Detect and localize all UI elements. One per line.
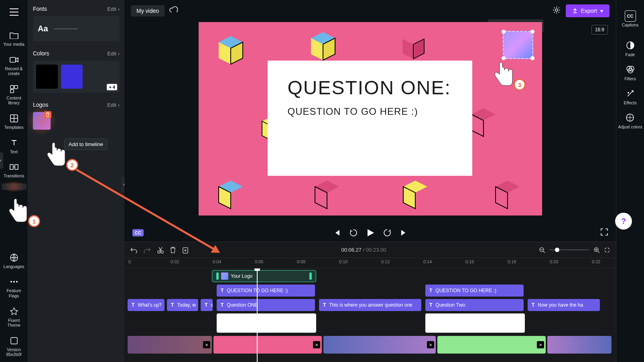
logos-grid: [33, 112, 120, 130]
cc-toggle[interactable]: CC: [132, 229, 144, 236]
zoom-fit-icon[interactable]: [604, 247, 610, 253]
timeline-ruler[interactable]: 0 0:02 0:04 0:06 0:08 0:10 0:12 0:14 0:1…: [124, 258, 616, 268]
timeline-tracks[interactable]: Your Logo TQUESTION TO GO HERE :) TQUEST…: [124, 268, 616, 362]
video-clip[interactable]: ✕: [128, 336, 212, 354]
fonts-edit-link[interactable]: Edit›: [107, 6, 120, 12]
captions-label: Captions: [622, 22, 638, 27]
rail-version[interactable]: Version 85e2b0f: [2, 333, 26, 360]
video-clip[interactable]: [547, 336, 611, 354]
rail-fluent-theme[interactable]: Fluent Theme: [2, 303, 26, 331]
rail-label: Feature Flags: [2, 288, 26, 298]
playhead[interactable]: [257, 268, 258, 362]
colors-title: Colors: [33, 50, 49, 57]
add-clip-icon[interactable]: [182, 246, 189, 254]
skip-back-icon[interactable]: [333, 229, 341, 236]
rail-transitions[interactable]: Transitions: [2, 159, 26, 182]
transition-icon: [9, 162, 19, 172]
rewind-icon[interactable]: [349, 229, 358, 237]
undo-icon[interactable]: [130, 247, 137, 253]
rail-label: Text: [10, 149, 18, 155]
filters-tool[interactable]: Filters: [624, 64, 636, 81]
settings-icon[interactable]: [552, 6, 561, 16]
hamburger-menu[interactable]: [6, 4, 22, 20]
rail-feature-flags[interactable]: Feature Flags: [2, 274, 26, 301]
tick: 0:16: [465, 259, 474, 264]
proprail-label: Effects: [624, 100, 637, 105]
redo-icon[interactable]: [144, 247, 151, 253]
clip-close-icon[interactable]: ✕: [427, 341, 434, 348]
fonts-card[interactable]: Aa: [33, 16, 120, 41]
clip-close-icon[interactable]: ✕: [313, 341, 320, 348]
export-label: Export: [581, 8, 597, 14]
video-clip[interactable]: ✕: [213, 336, 322, 354]
video-canvas[interactable]: QUESTION ONE: QUESTION TO GO HERE :): [199, 22, 542, 216]
image-clip[interactable]: [217, 313, 316, 333]
rail-content-library[interactable]: Content library: [2, 81, 26, 109]
cube-decoration: [303, 26, 343, 66]
pointer-badge-1: 1: [28, 215, 40, 227]
aspect-ratio-badge[interactable]: 16:9: [591, 25, 608, 35]
timeline-toolbar: 00:06.27 / 00:23.00: [124, 242, 616, 258]
logo-thumb[interactable]: [33, 112, 51, 130]
colors-more-badge[interactable]: + 4: [107, 84, 117, 90]
zoom-slider[interactable]: [549, 249, 589, 250]
collapse-proprail-handle[interactable]: [0, 153, 3, 169]
brand-kit-panel: Fonts Edit› Aa Colors Edit› + 4 Logos Ed…: [28, 0, 124, 362]
text-clip[interactable]: TWhat's up?: [128, 299, 165, 311]
rail-templates[interactable]: Templates: [2, 110, 26, 133]
zoom-in-icon[interactable]: [593, 247, 600, 253]
video-clip[interactable]: ✕: [323, 336, 436, 354]
captions-icon[interactable]: CC: [625, 10, 636, 22]
logos-edit-link[interactable]: Edit›: [107, 102, 120, 108]
rail-languages[interactable]: Languages: [2, 250, 26, 273]
effects-tool[interactable]: Effects: [624, 88, 637, 105]
proprail-label: Adjust colors: [618, 124, 642, 129]
color-swatch[interactable]: [61, 65, 83, 89]
skip-forward-icon[interactable]: [400, 229, 407, 236]
colors-edit-link[interactable]: Edit›: [107, 51, 120, 57]
split-icon[interactable]: [157, 246, 164, 254]
clip-close-icon[interactable]: ✕: [203, 341, 210, 348]
adjust-colors-tool[interactable]: Adjust colors: [618, 112, 642, 129]
text-clip[interactable]: TThis is where you answer question one: [319, 299, 421, 311]
rail-record-create[interactable]: Record & create: [2, 52, 26, 79]
canvas-heading: QUESTION ONE:: [288, 77, 452, 99]
logo-clip[interactable]: Your Logo: [212, 270, 316, 282]
fade-tool[interactable]: Fade: [625, 40, 636, 57]
text-clip[interactable]: TNow you have the ha: [528, 299, 600, 311]
svg-point-10: [16, 281, 18, 283]
zoom-out-icon[interactable]: [539, 247, 545, 253]
fullscreen-icon[interactable]: [601, 228, 608, 237]
rail-brand-kit[interactable]: [2, 183, 26, 190]
play-icon[interactable]: [366, 228, 374, 237]
canvas-text-card[interactable]: QUESTION ONE: QUESTION TO GO HERE :): [268, 61, 472, 176]
image-clip[interactable]: [425, 313, 525, 333]
rail-your-media[interactable]: Your media: [2, 27, 26, 50]
collapse-panel-handle[interactable]: [121, 177, 124, 193]
svg-rect-2: [14, 85, 18, 89]
help-button[interactable]: ?: [615, 213, 632, 230]
trash-icon[interactable]: [44, 111, 51, 118]
project-title[interactable]: My video: [131, 5, 165, 16]
tick: 0:20: [550, 259, 558, 264]
video-clip[interactable]: ✕: [437, 336, 546, 354]
clip-close-icon[interactable]: ✕: [537, 341, 544, 348]
text-clip[interactable]: TToday, w: [167, 299, 198, 311]
colors-card[interactable]: + 4: [33, 61, 120, 93]
text-clip[interactable]: Ts: [201, 299, 213, 311]
property-rail: CC Captions Fade Filters Effects Adjust …: [616, 0, 644, 362]
color-swatch[interactable]: [36, 65, 58, 89]
text-clip[interactable]: TQUESTION TO GO HERE :): [217, 285, 315, 297]
text-clip[interactable]: TQuestion ONE: [217, 299, 315, 311]
cloud-sync-icon[interactable]: [169, 6, 178, 15]
cube-decoration: [395, 175, 435, 215]
rail-text[interactable]: Text: [2, 135, 26, 158]
svg-rect-6: [15, 165, 18, 169]
forward-icon[interactable]: [383, 229, 391, 237]
logo-on-canvas[interactable]: [503, 31, 533, 59]
export-button[interactable]: Export ▾: [566, 4, 609, 17]
text-clip[interactable]: TQuestion Two:: [425, 299, 524, 311]
trash-icon[interactable]: [170, 247, 176, 253]
text-clip[interactable]: TQUESTION TO GO HERE :): [425, 285, 524, 297]
main-area: My video Export ▾: [124, 0, 616, 362]
